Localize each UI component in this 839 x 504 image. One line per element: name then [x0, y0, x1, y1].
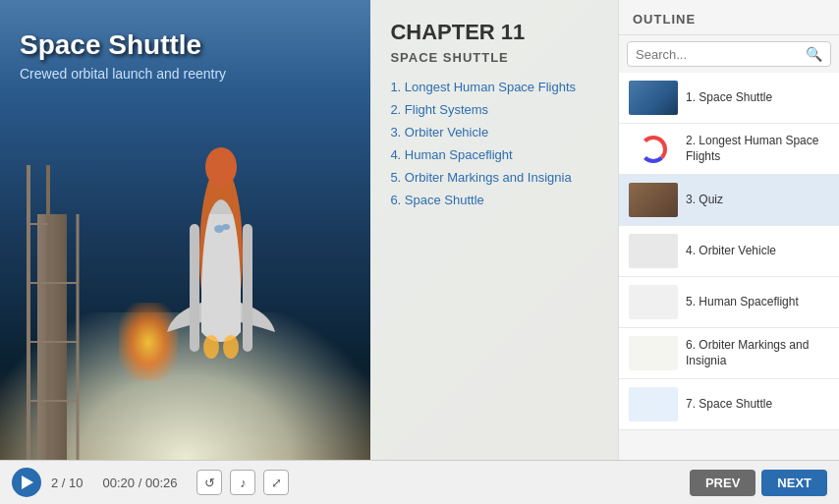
outline-item-title: 1. Space Shuttle — [686, 90, 829, 106]
next-button[interactable]: NEXT — [761, 470, 827, 496]
outline-item-info: 6. Orbiter Markings and Insignia — [686, 338, 829, 368]
outline-thumbnail — [629, 234, 678, 268]
outline-item-title: 3. Quiz — [686, 193, 829, 208]
svg-point-5 — [223, 335, 239, 359]
outline-header: OUTLINE — [619, 0, 839, 35]
prev-button[interactable]: PREV — [690, 470, 755, 496]
outline-item-title: 7. Space Shuttle — [686, 397, 829, 413]
outline-item-title: 4. Orbiter Vehicle — [686, 244, 829, 259]
outline-thumbnail — [629, 285, 678, 319]
toc-item[interactable]: 5. Orbiter Markings and Insignia — [390, 170, 598, 185]
slide-title: Space Shuttle — [20, 29, 226, 61]
outline-list: 1. Space Shuttle2. Longest Human Space F… — [619, 73, 839, 460]
play-button[interactable] — [12, 468, 41, 497]
search-box: 🔍 — [627, 41, 831, 67]
scaffold-svg — [19, 165, 97, 460]
toc-item[interactable]: 1. Longest Human Space Flights — [390, 80, 598, 94]
outline-item-info: 4. Orbiter Vehicle — [686, 244, 829, 259]
svg-rect-3 — [243, 224, 252, 352]
outline-item-title: 6. Orbiter Markings and Insignia — [686, 338, 829, 368]
outline-item[interactable]: 5. Human Spaceflight — [619, 277, 839, 328]
slide-counter: 2 / 10 — [51, 476, 84, 490]
outline-thumbnail — [629, 387, 678, 421]
outline-item[interactable]: 2. Longest Human Space Flights — [619, 124, 839, 175]
search-input[interactable] — [636, 47, 806, 62]
toc-item[interactable]: 6. Space Shuttle — [390, 193, 598, 207]
outline-item[interactable]: 7. Space Shuttle — [619, 379, 839, 430]
slide-subtitle: Crewed orbital launch and reentry — [20, 66, 226, 82]
controls-bar: 2 / 10 00:20 / 00:26 ↺ ♪ ⤢ PREV NEXT — [0, 460, 839, 504]
outline-item[interactable]: 3. Quiz — [619, 175, 839, 226]
toc-item[interactable]: 4. Human Spaceflight — [390, 147, 598, 162]
outline-panel: OUTLINE 🔍 1. Space Shuttle2. Longest Hum… — [618, 0, 839, 460]
restart-button[interactable]: ↺ — [196, 470, 222, 495]
outline-item-title: 2. Longest Human Space Flights — [686, 134, 829, 164]
svg-rect-2 — [190, 224, 199, 352]
outline-item[interactable]: 1. Space Shuttle — [619, 73, 839, 124]
toc-item[interactable]: 3. Orbiter Vehicle — [390, 125, 598, 140]
volume-button[interactable]: ♪ — [230, 470, 255, 495]
outline-item-title: 5. Human Spaceflight — [686, 295, 829, 310]
slide-viewer: Space Shuttle Crewed orbital launch and … — [0, 0, 618, 460]
svg-point-7 — [222, 224, 230, 230]
chapter-label: CHAPTER 11 — [390, 20, 598, 45]
outline-item-info: 7. Space Shuttle — [686, 397, 829, 413]
outline-item-info: 3. Quiz — [686, 193, 829, 208]
fullscreen-button[interactable]: ⤢ — [263, 470, 289, 495]
toc-item[interactable]: 2. Flight Systems — [390, 102, 598, 117]
time-display: 00:20 / 00:26 — [103, 476, 178, 490]
slide-title-area: Space Shuttle Crewed orbital launch and … — [20, 29, 226, 82]
outline-item-info: 1. Space Shuttle — [686, 90, 829, 106]
outline-thumbnail — [629, 81, 678, 115]
svg-point-1 — [205, 147, 237, 187]
outline-item[interactable]: 6. Orbiter Markings and Insignia — [619, 328, 839, 379]
outline-thumbnail — [629, 336, 678, 370]
table-of-contents: 1. Longest Human Space Flights2. Flight … — [390, 80, 598, 215]
shuttle-svg — [162, 136, 280, 411]
main-area: Space Shuttle Crewed orbital launch and … — [0, 0, 839, 460]
outline-thumbnail — [629, 132, 678, 166]
search-container: 🔍 — [619, 35, 839, 73]
outline-item[interactable]: 4. Orbiter Vehicle — [619, 226, 839, 277]
play-icon — [22, 476, 33, 489]
slide-background: Space Shuttle Crewed orbital launch and … — [0, 0, 618, 460]
chapter-subtitle: SPACE SHUTTLE — [390, 50, 598, 65]
outline-item-info: 2. Longest Human Space Flights — [686, 134, 829, 164]
search-icon[interactable]: 🔍 — [806, 46, 822, 62]
outline-item-info: 5. Human Spaceflight — [686, 295, 829, 310]
outline-thumbnail — [629, 183, 678, 217]
slide-content-panel: CHAPTER 11 SPACE SHUTTLE 1. Longest Huma… — [370, 0, 618, 460]
control-icons: ↺ ♪ ⤢ — [196, 470, 289, 495]
svg-point-4 — [203, 335, 219, 359]
slide-image-panel: Space Shuttle Crewed orbital launch and … — [0, 0, 370, 460]
